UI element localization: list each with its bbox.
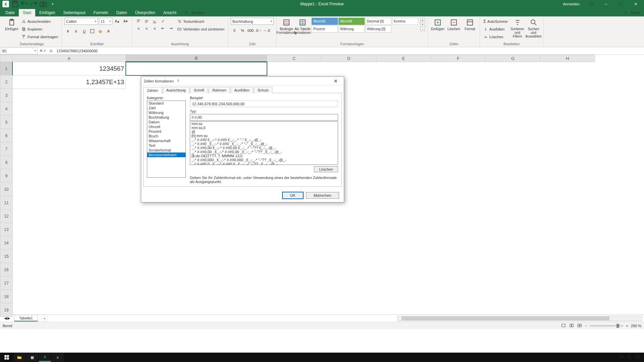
percent-icon[interactable]: % — [239, 27, 246, 34]
row-header-9[interactable]: 9 — [0, 169, 13, 183]
row-header-2[interactable]: 2 — [0, 75, 13, 89]
undo-icon[interactable] — [20, 1, 29, 7]
tab-formeln[interactable]: Formeln — [90, 9, 112, 16]
taskbar-explorer-icon[interactable] — [13, 353, 25, 362]
add-sheet-button[interactable]: + — [41, 315, 48, 322]
view-page-break-icon[interactable] — [577, 323, 582, 328]
fill-button-ribbon[interactable]: Ausfüllen — [483, 25, 508, 33]
row-header-11[interactable]: 11 — [0, 196, 13, 209]
currency-icon[interactable]: € — [231, 27, 238, 34]
category-listbox[interactable]: StandardZahlWährungBuchhaltungDatumUhrze… — [147, 101, 186, 178]
font-size-combo[interactable]: 11▾ — [99, 18, 112, 25]
font-color-icon[interactable]: A — [105, 27, 112, 35]
view-normal-icon[interactable] — [561, 323, 566, 328]
fill-color-icon[interactable] — [97, 27, 104, 35]
dlg-tab-rahmen[interactable]: Rahmen — [209, 87, 230, 93]
font-name-combo[interactable]: Calibri▾ — [64, 18, 98, 25]
row-header-13[interactable]: 13 — [0, 223, 13, 236]
select-all-corner[interactable] — [0, 55, 13, 62]
tray-volume-icon[interactable] — [627, 355, 632, 360]
cell-style-akzent5[interactable]: Akzent5 — [312, 18, 338, 25]
category-item[interactable]: Datum — [147, 120, 185, 124]
dlg-tab-ausrichtung[interactable]: Ausrichtung — [163, 87, 190, 93]
dlg-tab-ausfüllen[interactable]: Ausfüllen — [231, 87, 253, 93]
col-header-h[interactable]: H — [540, 55, 595, 62]
col-header-g[interactable]: G — [486, 55, 540, 62]
decrease-indent-icon[interactable]: ⇤ — [159, 25, 166, 32]
row-header-14[interactable]: 14 — [0, 236, 13, 250]
save-icon[interactable] — [11, 1, 19, 7]
paste-button[interactable]: Einfügen — [5, 18, 19, 32]
orientation-icon[interactable]: ⤢ — [159, 18, 166, 25]
row-header-1[interactable]: 1 — [0, 62, 13, 75]
row-header-15[interactable]: 15 — [0, 250, 13, 263]
zoom-slider[interactable] — [590, 325, 623, 326]
tab-ansicht[interactable]: Ansicht — [159, 9, 180, 16]
tab-daten[interactable]: Daten — [112, 9, 131, 16]
align-bottom-icon[interactable] — [151, 18, 158, 25]
view-page-layout-icon[interactable] — [569, 323, 574, 328]
zoom-level[interactable]: 200 % — [631, 324, 641, 328]
clear-button[interactable]: Löschen — [483, 33, 508, 40]
window-minimize-button[interactable]: ─ — [599, 1, 613, 7]
dlg-tab-schutz[interactable]: Schutz — [254, 87, 273, 93]
cell-style-komma[interactable]: Komma — [392, 18, 418, 25]
find-select-button[interactable]: Suchen und Auswählen — [527, 18, 541, 39]
taskbar-excel-icon[interactable]: X — [39, 353, 51, 362]
tab-seitenlayout[interactable]: Seitenlayout — [59, 9, 90, 16]
wrap-text-button[interactable]: Textumbruch — [176, 18, 225, 25]
style-gallery-scroll[interactable]: ▴▾⌄ — [420, 18, 425, 31]
row-header-7[interactable]: 7 — [0, 142, 13, 156]
delete-cells-button[interactable]: Löschen — [447, 18, 461, 32]
sign-in-button[interactable]: Anmelden — [559, 1, 584, 7]
category-item[interactable]: Wissenschaft — [147, 138, 185, 143]
format-code-listbox[interactable]: mm:ssmm:ss,0@[h]:mm:ss_-* #.##0 €_-;-* #… — [190, 121, 338, 165]
tab-start[interactable]: Start — [19, 9, 35, 16]
cell-a2[interactable]: 1,23457E+13 — [13, 75, 126, 89]
autosum-button[interactable]: ΣAutoSumme — [483, 18, 508, 25]
row-header-19[interactable]: 19 — [0, 303, 13, 317]
camera-icon[interactable] — [39, 1, 48, 7]
align-center-icon[interactable]: ≡ — [143, 25, 150, 32]
col-header-a[interactable]: A — [13, 55, 126, 62]
window-close-button[interactable]: ✕ — [629, 1, 643, 7]
conditional-formatting-button[interactable]: Bedingte Formatierung — [279, 18, 293, 35]
window-maximize-button[interactable] — [614, 1, 628, 7]
increase-font-icon[interactable]: A▴ — [113, 18, 121, 25]
row-header-17[interactable]: 17 — [0, 277, 13, 290]
cell-a1[interactable]: 1234567 — [13, 62, 126, 75]
format-code-item[interactable]: _-* #.##0,000 _€_-;-* #.##0,000 _€_-;_-*… — [190, 158, 338, 162]
row-header-4[interactable]: 4 — [0, 102, 13, 116]
category-item[interactable]: Buchhaltung — [147, 115, 185, 120]
col-header-f[interactable]: F — [431, 55, 486, 62]
align-left-icon[interactable]: ≡ — [135, 25, 142, 32]
row-header-16[interactable]: 16 — [0, 263, 13, 277]
category-item[interactable]: Zahl — [147, 106, 185, 110]
copy-button[interactable]: Kopieren — [21, 25, 59, 33]
category-item[interactable]: Uhrzeit — [147, 124, 185, 129]
row-header-18[interactable]: 18 — [0, 290, 13, 303]
row-header-12[interactable]: 12 — [0, 209, 13, 223]
formula-value[interactable]: 12345678901234500000 — [55, 49, 100, 53]
name-box[interactable]: B1▾ — [1, 48, 38, 54]
decrease-decimal-icon[interactable]: ←.0 — [263, 27, 270, 34]
zoom-in-button[interactable]: + — [626, 324, 628, 328]
fx-icon[interactable]: fx — [48, 49, 55, 53]
redo-icon[interactable] — [30, 1, 38, 7]
cell-style-dezimal0[interactable]: Dezimal [0] — [365, 18, 391, 25]
row-header-8[interactable]: 8 — [0, 156, 13, 169]
dialog-help-button[interactable]: ? — [174, 79, 182, 83]
qat-more-icon[interactable]: ▾ — [48, 1, 57, 7]
format-as-table-button[interactable]: Als Tabelle formatieren — [296, 18, 310, 35]
align-middle-icon[interactable] — [143, 18, 150, 25]
category-item[interactable]: Prozent — [147, 129, 185, 134]
format-painter-button[interactable]: Format übertragen — [21, 33, 59, 40]
row-header-3[interactable]: 3 — [0, 89, 13, 102]
dialog-close-button[interactable]: ✕ — [330, 78, 341, 84]
sort-filter-button[interactable]: Sortieren und Filtern — [511, 18, 525, 39]
tell-me-search[interactable]: Suchen — [180, 9, 208, 16]
comma-style-icon[interactable]: 000 — [247, 27, 254, 34]
taskbar-app-icon[interactable]: ▦ — [26, 353, 38, 362]
cancel-formula-icon[interactable]: ✕ — [40, 49, 43, 53]
bold-button[interactable]: F — [64, 27, 72, 35]
